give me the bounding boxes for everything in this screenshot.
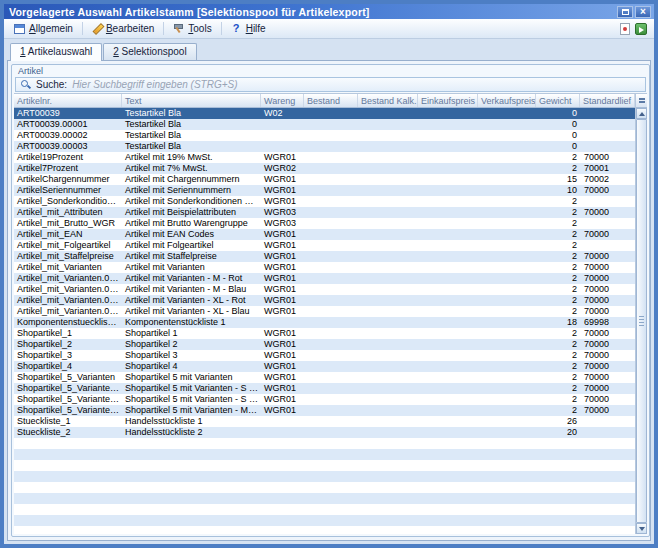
empty-row[interactable] (14, 471, 635, 482)
cell-verkaufspreis (478, 339, 536, 350)
cell-einkaufspreis (418, 460, 478, 471)
table-row[interactable]: ArtikelChargennummer Artikel mit Chargen… (14, 174, 635, 185)
cell-warengruppe: WGR01 (261, 174, 304, 185)
table-row[interactable]: Shopartikel_4 Shopartikel 4 WGR01 2 7000… (14, 361, 635, 372)
cell-standardlieferant: 70000 (580, 273, 635, 284)
cell-gewicht (536, 471, 580, 482)
cell-standardlieferant (580, 416, 635, 427)
column-header-standardlieferant[interactable]: Standardlief (580, 94, 635, 107)
tab-artikelauswahl[interactable]: 1 Artikelauswahl (10, 43, 102, 61)
table-row[interactable]: Artikel_mit_Staffelpreise Artikel mit St… (14, 251, 635, 262)
table-row[interactable]: Artikel_mit_Varianten.003 Artikel mit Va… (14, 273, 635, 284)
cell-einkaufspreis (418, 207, 478, 218)
table-row[interactable]: ART00039.00003 Testartikel Bla 0 (14, 141, 635, 152)
empty-row[interactable] (14, 504, 635, 515)
table-row[interactable]: Shopartikel_1 Shopartikel 1 WGR01 2 7000… (14, 328, 635, 339)
cell-standardlieferant (580, 471, 635, 482)
cell-gewicht (536, 482, 580, 493)
report-icon[interactable] (620, 23, 630, 35)
cell-verkaufspreis (478, 108, 536, 119)
table-row[interactable]: Shopartikel_5_Varianten.2 Shopartikel 5 … (14, 394, 635, 405)
table-row[interactable]: Artikel_mit_Varianten Artikel mit Varian… (14, 262, 635, 273)
column-header-text[interactable]: Text (122, 94, 261, 107)
cell-einkaufspreis (418, 218, 478, 229)
window-controls: × (617, 6, 651, 18)
cell-einkaufspreis (418, 273, 478, 284)
table-row[interactable]: Shopartikel_5_Varianten.3 Shopartikel 5 … (14, 405, 635, 416)
exit-icon[interactable] (635, 23, 647, 35)
empty-row[interactable] (14, 438, 635, 449)
scrollbar-track[interactable] (636, 119, 647, 523)
table-row[interactable]: Artikel_mit_Varianten.006 Artikel mit Va… (14, 306, 635, 317)
cell-warengruppe (261, 130, 304, 141)
empty-row[interactable] (14, 482, 635, 493)
column-header-einkaufspreis[interactable]: Einkaufspreis (418, 94, 478, 107)
table-row[interactable]: Stueckliste_1 Handelsstückliste 1 26 (14, 416, 635, 427)
empty-row[interactable] (14, 460, 635, 471)
table-row[interactable]: Shopartikel_5_Varianten Shopartikel 5 mi… (14, 372, 635, 383)
table-row[interactable]: Artikel19Prozent Artikel mit 19% MwSt. W… (14, 152, 635, 163)
scrollbar-thumb[interactable] (636, 119, 647, 523)
column-chooser-button[interactable] (636, 94, 647, 108)
cell-verkaufspreis (478, 438, 536, 449)
menu-separator (82, 22, 83, 35)
titlebar[interactable]: Vorgelagerte Auswahl Artikelstamm [Selek… (4, 4, 654, 19)
empty-row[interactable] (14, 449, 635, 460)
table-row[interactable]: ART00039 Testartikel Bla W02 0 (14, 108, 635, 119)
table-row[interactable]: Artikel7Prozent Artikel mit 7% MwSt. WGR… (14, 163, 635, 174)
column-header-warengruppe[interactable]: Wareng (261, 94, 304, 107)
menu-hilfe[interactable]: ? Hilfe (225, 21, 272, 36)
cell-bestand (304, 152, 358, 163)
scroll-down-button[interactable] (636, 523, 647, 534)
cell-einkaufspreis (418, 174, 478, 185)
table-row[interactable]: Stueckliste_2 Handelsstückliste 2 20 (14, 427, 635, 438)
table-row[interactable]: Artikel_Sonderkonditionen Artikel mit So… (14, 196, 635, 207)
cell-text: Shopartikel 3 (122, 350, 261, 361)
table-row[interactable]: Artikel_mit_Varianten.004 Artikel mit Va… (14, 284, 635, 295)
cell-text: Artikel mit Seriennummern (122, 185, 261, 196)
empty-row[interactable] (14, 515, 635, 526)
scroll-up-button[interactable] (636, 108, 647, 119)
cell-artikelnr: Artikel_mit_Staffelpreise (14, 251, 122, 262)
empty-row[interactable] (14, 526, 635, 534)
cell-bestand (304, 504, 358, 515)
column-header-gewicht[interactable]: Gewicht (536, 94, 580, 107)
close-button[interactable]: × (635, 6, 651, 18)
cell-warengruppe (261, 460, 304, 471)
menu-tools[interactable]: Tools (167, 21, 217, 36)
cell-gewicht: 2 (536, 152, 580, 163)
cell-bestand-kalk (358, 526, 418, 534)
table-row[interactable]: ART00039.00001 Testartikel Bla 0 (14, 119, 635, 130)
column-header-artikelnr[interactable]: Artikelnr. (14, 94, 122, 107)
table-row[interactable]: ArtikelSeriennummer Artikel mit Seriennu… (14, 185, 635, 196)
tab-selektionspool[interactable]: 2 Selektionspool (103, 43, 196, 60)
table-row[interactable]: Shopartikel_3 Shopartikel 3 WGR01 2 7000… (14, 350, 635, 361)
table-row[interactable]: Shopartikel_2 Shopartikel 2 WGR01 2 7000… (14, 339, 635, 350)
table-row[interactable]: Artikel_mit_Varianten.005 Artikel mit Va… (14, 295, 635, 306)
empty-row[interactable] (14, 493, 635, 504)
cell-artikelnr (14, 515, 122, 526)
artikel-grid: Artikelnr. Text Wareng Bestand Bestand K… (14, 93, 647, 534)
search-input[interactable] (72, 78, 640, 91)
column-header-verkaufspreis[interactable]: Verkaufspreis (478, 94, 536, 107)
menu-bearbeiten[interactable]: Bearbeiten (86, 21, 160, 36)
table-row[interactable]: Artikel_mit_Brutto_WGR Artikel mit Brutt… (14, 218, 635, 229)
cell-artikelnr: Stueckliste_1 (14, 416, 122, 427)
column-header-bestand-kalk[interactable]: Bestand Kalk. (358, 94, 418, 107)
table-row[interactable]: Artikel_mit_EAN Artikel mit EAN Codes WG… (14, 229, 635, 240)
menu-allgemein[interactable]: Allgemein (8, 21, 79, 36)
cell-bestand-kalk (358, 493, 418, 504)
cell-verkaufspreis (478, 229, 536, 240)
cell-bestand-kalk (358, 218, 418, 229)
cell-warengruppe (261, 416, 304, 427)
cell-text: Komponentenstückliste 1 (122, 317, 261, 328)
table-row[interactable]: Artikel_mit_Attributen Artikel mit Beisp… (14, 207, 635, 218)
table-row[interactable]: Artikel_mit_Folgeartikel Artikel mit Fol… (14, 240, 635, 251)
maximize-button[interactable] (617, 6, 633, 18)
table-row[interactable]: ART00039.00002 Testartikel Bla 0 (14, 130, 635, 141)
column-header-bestand[interactable]: Bestand (304, 94, 358, 107)
cell-verkaufspreis (478, 526, 536, 534)
cell-gewicht: 2 (536, 251, 580, 262)
table-row[interactable]: Komponentenstueckliste_1 Komponentenstüc… (14, 317, 635, 328)
table-row[interactable]: Shopartikel_5_Varianten.1 Shopartikel 5 … (14, 383, 635, 394)
